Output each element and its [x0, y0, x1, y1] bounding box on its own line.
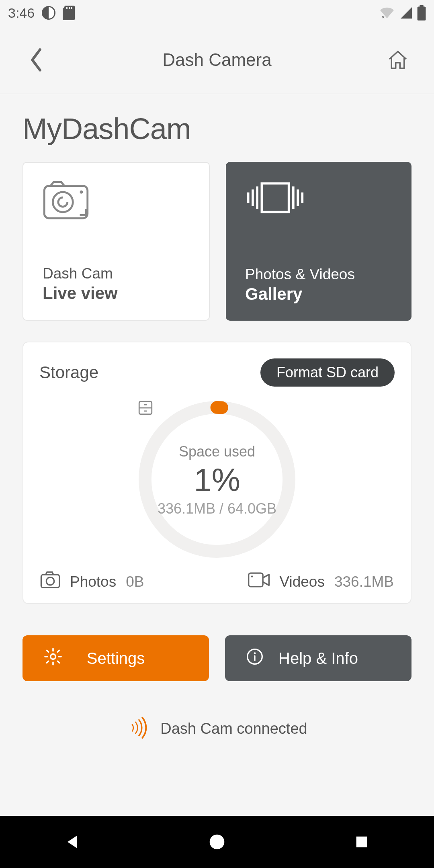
help-button[interactable]: Help & Info	[225, 635, 411, 681]
live-view-sub: Dash Cam	[43, 265, 190, 282]
storage-card: Storage Format SD card Space used	[23, 342, 411, 604]
svg-rect-34	[356, 837, 367, 848]
settings-button[interactable]: Settings	[23, 635, 209, 681]
svg-point-28	[251, 575, 253, 577]
connection-text: Dash Cam connected	[160, 720, 307, 737]
space-used-detail: 336.1MB / 64.0GB	[158, 500, 276, 517]
connection-status: Dash Cam connected	[23, 717, 411, 741]
svg-rect-3	[69, 7, 70, 9]
svg-rect-11	[262, 183, 289, 212]
gallery-sub: Photos & Videos	[245, 266, 392, 283]
nav-recent-button[interactable]	[321, 824, 402, 860]
svg-rect-7	[420, 5, 424, 7]
app-header: Dash Camera	[0, 26, 434, 94]
info-icon	[246, 648, 264, 669]
page-title: Dash Camera	[52, 50, 382, 70]
signal-icon	[399, 6, 413, 20]
nav-back-button[interactable]	[32, 824, 113, 860]
svg-text:×: ×	[381, 14, 385, 20]
videos-stat: Videos 336.1MB	[248, 572, 394, 591]
home-button[interactable]	[382, 44, 414, 76]
photos-stat: Photos 0B	[40, 571, 144, 592]
photo-icon	[40, 571, 60, 592]
space-used-percent: 1%	[194, 462, 240, 499]
svg-point-31	[254, 652, 256, 654]
status-time: 3:46	[8, 5, 35, 21]
back-button[interactable]	[20, 44, 52, 76]
gallery-icon	[245, 180, 392, 225]
gallery-title: Gallery	[245, 285, 392, 304]
svg-rect-4	[71, 7, 72, 9]
android-navbar	[0, 816, 434, 868]
device-name: MyDashCam	[23, 112, 411, 146]
svg-point-33	[210, 835, 225, 850]
space-used-label: Space used	[179, 443, 255, 460]
svg-point-9	[53, 192, 73, 212]
storage-label: Storage	[39, 363, 98, 382]
svg-point-29	[51, 654, 56, 659]
status-bar: 3:46 ×	[0, 0, 434, 26]
svg-point-10	[80, 190, 83, 194]
format-sd-button[interactable]: Format SD card	[260, 358, 395, 387]
sd-card-icon	[63, 6, 75, 20]
signal-waves-icon	[127, 717, 149, 741]
gear-icon	[43, 647, 63, 670]
gallery-card[interactable]: Photos & Videos Gallery	[226, 162, 411, 321]
battery-icon	[417, 5, 426, 20]
photos-value: 0B	[126, 573, 144, 590]
videos-value: 336.1MB	[334, 573, 394, 590]
videos-label: Videos	[279, 573, 324, 590]
wifi-off-icon: ×	[379, 6, 395, 20]
storage-gauge: Space used 1% 336.1MB / 64.0GB	[137, 399, 297, 559]
live-view-title: Live view	[43, 284, 190, 303]
svg-rect-6	[418, 6, 426, 20]
svg-rect-27	[249, 573, 263, 587]
camera-icon	[43, 181, 190, 225]
video-icon	[248, 572, 270, 591]
help-label: Help & Info	[278, 649, 358, 667]
photos-label: Photos	[70, 573, 116, 590]
live-view-card[interactable]: Dash Cam Live view	[23, 162, 210, 321]
svg-point-26	[46, 577, 54, 585]
content: MyDashCam Dash Cam Live view	[0, 94, 434, 816]
nav-home-button[interactable]	[177, 824, 257, 860]
svg-rect-2	[66, 7, 68, 9]
app-icon	[42, 6, 55, 20]
settings-label: Settings	[87, 649, 145, 667]
